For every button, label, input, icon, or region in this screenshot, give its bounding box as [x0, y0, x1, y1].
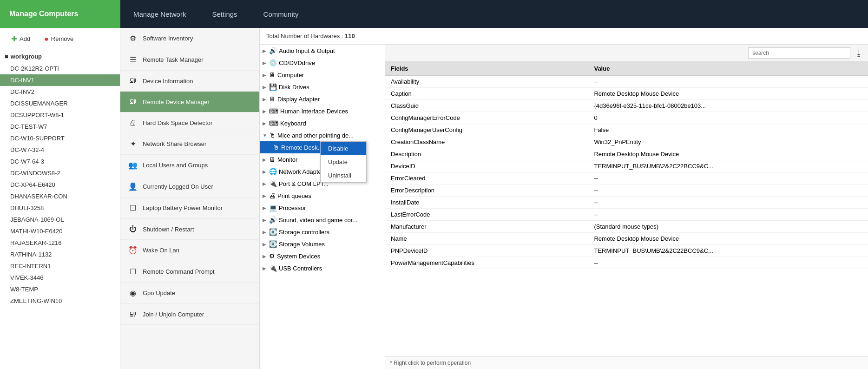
tree-item-label: Keyboard [280, 120, 306, 127]
menu-item-hard-disk-space-detector[interactable]: 🖨Hard Disk Space Detector [120, 112, 259, 133]
tree-expand-icon: ▶ [263, 169, 267, 174]
field-value: -- [588, 172, 868, 184]
tree-item[interactable]: ▶💽Storage controllers [260, 226, 385, 238]
fields-table: Fields Value Availability--CaptionRemote… [385, 62, 868, 269]
tree-expand-icon: ▶ [263, 60, 267, 66]
nav-settings[interactable]: Settings [199, 0, 250, 28]
add-label: Add [20, 35, 30, 42]
menu-item-join-unjoin-computer[interactable]: 🖳Join / Unjoin Computer [120, 304, 259, 325]
tree-item[interactable]: ▶⌨Keyboard [260, 117, 385, 129]
table-row: LastErrorCode-- [385, 209, 868, 221]
remove-label: Remove [51, 35, 73, 42]
computer-item[interactable]: DC-W10-SUPPORT [0, 132, 120, 144]
remote-command-prompt-label: Remote Command Prompt [143, 268, 215, 275]
field-value: TERMINPUT_BUS\UMB\2&2C22BCC9&C... [588, 160, 868, 172]
download-icon[interactable]: ⭳ [855, 48, 863, 58]
tree-item[interactable]: ▶🖥Display Adapter [260, 93, 385, 105]
tree-item[interactable]: ▶🔊Audio Input & Output [260, 45, 385, 57]
tree-item[interactable]: ▶⚙System Devices [260, 250, 385, 262]
tree-item[interactable]: ▼🖱Mice and other pointing de... [260, 129, 385, 141]
menu-item-software-inventory[interactable]: ⚙Software Inventory [120, 28, 259, 49]
tree-item[interactable]: ▶🔌USB Controllers [260, 262, 385, 274]
field-value: -- [588, 257, 868, 269]
field-value: TERMINPUT_BUS\UMB\2&2C22BCC9&C... [588, 245, 868, 257]
computer-item[interactable]: MATHI-W10-E6420 [0, 225, 120, 237]
menu-item-remote-command-prompt[interactable]: ☐Remote Command Prompt [120, 261, 259, 283]
field-value: -- [588, 197, 868, 209]
computer-item[interactable]: REC-INTERN1 [0, 260, 120, 272]
computer-item[interactable]: JEBAGNA-1069-OL [0, 214, 120, 225]
tree-item-label: System Devices [277, 253, 320, 260]
tree-item-icon: 💻 [269, 204, 277, 211]
context-menu-item-uninstall[interactable]: Uninstall [321, 169, 366, 182]
tree-item-icon: 🖥 [269, 156, 276, 163]
tree-item[interactable]: ▶💾Disk Drives [260, 81, 385, 93]
tree-item[interactable]: ▶🔊Sound, video and game cor... [260, 214, 385, 226]
computer-item[interactable]: DHANASEKAR-CON [0, 191, 120, 202]
computer-item[interactable]: W8-TEMP [0, 283, 120, 295]
menu-item-local-users-groups[interactable]: 👥Local Users and Groups [120, 155, 259, 176]
computer-item[interactable]: DC-XP64-E6420 [0, 179, 120, 191]
field-name: DeviceID [385, 160, 588, 172]
computer-item[interactable]: DC-W7-64-3 [0, 156, 120, 167]
menu-item-currently-logged-on-user[interactable]: 👤Currently Logged On User [120, 176, 259, 198]
menu-item-remote-task-manager[interactable]: ☰Remote Task Manager [120, 49, 259, 71]
tree-item-label: Monitor [277, 156, 297, 163]
nav-community[interactable]: Community [250, 0, 312, 28]
tree-expand-icon: ▶ [263, 266, 267, 271]
tree-item[interactable]: ▶💻Processor [260, 202, 385, 214]
add-button[interactable]: ✚ Add [7, 33, 35, 45]
remove-button[interactable]: ● Remove [39, 33, 78, 45]
tree-item[interactable]: ▶🖨Print queues [260, 190, 385, 202]
table-row: NameRemote Desktop Mouse Device [385, 233, 868, 245]
tree-item[interactable]: ▶🖥Computer [260, 69, 385, 81]
content-area: Total Number of Hardwares : 110 ▶🔊Audio … [260, 28, 868, 369]
field-value: {4d36e96f-e325-11ce-bfc1-08002be103... [588, 100, 868, 112]
computer-item[interactable]: DCSUPPORT-W8-1 [0, 109, 120, 121]
computer-item[interactable]: RATHINA-1132 [0, 249, 120, 260]
menu-item-gpo-update[interactable]: ◉Gpo Update [120, 283, 259, 304]
table-row: InstallDate-- [385, 197, 868, 209]
computer-item[interactable]: DHULI-3258 [0, 202, 120, 214]
context-menu-item-disable[interactable]: Disable [321, 142, 366, 155]
tree-expand-icon: ▶ [263, 254, 267, 259]
table-row: PowerManagementCapabilities-- [385, 257, 868, 269]
menu-item-wake-on-lan[interactable]: ⏰Wake On Lan [120, 240, 259, 261]
table-row: PNPDeviceIDTERMINPUT_BUS\UMB\2&2C22BCC9&… [385, 245, 868, 257]
computer-item[interactable]: DC-W7-32-4 [0, 144, 120, 156]
tree-panel: ▶🔊Audio Input & Output▶💿CD/DVDdrive▶🖥Com… [260, 45, 385, 369]
computer-item[interactable]: DCISSUEMANAGER [0, 98, 120, 109]
tree-item[interactable]: ▶💿CD/DVDdrive [260, 57, 385, 69]
menu-item-laptop-battery-monitor[interactable]: ☐Laptop Battery Power Monitor [120, 198, 259, 219]
computer-item[interactable]: VIVEK-3446 [0, 272, 120, 283]
nav-manage-network[interactable]: Manage Network [120, 0, 199, 28]
nav-brand[interactable]: Manage Computers [0, 0, 120, 28]
table-row: DescriptionRemote Desktop Mouse Device [385, 148, 868, 160]
search-input[interactable] [748, 47, 850, 59]
field-value: Remote Desktop Mouse Device [588, 148, 868, 160]
menu-item-remote-device-manager[interactable]: 🖳Remote Device Manager [120, 92, 259, 112]
workgroup-expand-icon: ■ [5, 53, 8, 60]
tree-item[interactable]: ▶💽Storage Volumes [260, 238, 385, 250]
context-menu-item-update[interactable]: Update [321, 155, 366, 169]
computer-item[interactable]: DC-2K12R2-OPTI [0, 63, 120, 74]
field-value: False [588, 124, 868, 136]
computer-item[interactable]: DC-TEST-W7 [0, 121, 120, 132]
computer-item[interactable]: DC-WINDOWS8-2 [0, 167, 120, 179]
computer-item[interactable]: RAJASEKAR-1216 [0, 237, 120, 249]
context-menu: DisableUpdateUninstall [320, 141, 367, 183]
toolbar: ✚ Add ● Remove [0, 28, 120, 50]
main-layout: ✚ Add ● Remove ■ workgroup DC-2K12R2-OPT… [0, 28, 868, 369]
tree-item-icon: 🖨 [269, 192, 276, 199]
computer-item[interactable]: ZMEETING-WIN10 [0, 295, 120, 307]
computer-item[interactable]: DC-INV2 [0, 86, 120, 98]
field-name: Name [385, 233, 588, 245]
computer-item[interactable]: DC-INV1 [0, 74, 120, 86]
tree-expand-icon: ▶ [263, 85, 267, 90]
tree-item[interactable]: ▶⌨Human Interface Devices [260, 105, 385, 117]
menu-item-network-share-browser[interactable]: ✦Network Share Browser [120, 133, 259, 155]
menu-item-device-information[interactable]: 🖳Device Information [120, 71, 259, 92]
tree-item-selected[interactable]: 🖱Remote Desk... [260, 141, 326, 153]
menu-item-shutdown-restart[interactable]: ⏻Shutdown / Restart [120, 219, 259, 240]
tree-expand-icon: ▶ [263, 121, 267, 126]
